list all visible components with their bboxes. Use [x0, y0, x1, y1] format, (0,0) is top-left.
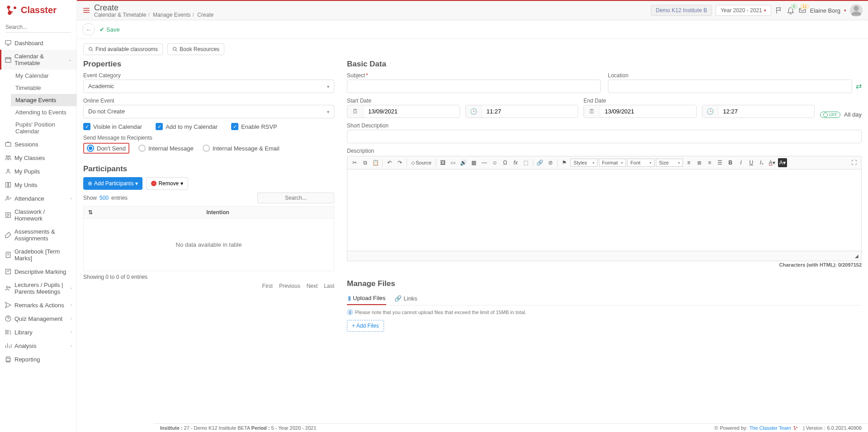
nav-attendance[interactable]: Attendance‹	[0, 192, 76, 205]
nav-my-units[interactable]: My Units	[0, 178, 76, 192]
nav-sub-timetable[interactable]: Timetable	[11, 82, 76, 94]
end-date-input[interactable]: 🗓	[583, 105, 697, 118]
align-right-icon[interactable]: ≡	[705, 158, 714, 167]
link-icon[interactable]: 🔗	[536, 158, 545, 167]
math-icon[interactable]: fx	[511, 158, 520, 167]
nav-library[interactable]: Library‹	[0, 325, 76, 339]
nav-dashboard[interactable]: Dashboard	[0, 36, 76, 50]
online-event-select[interactable]: Do not Create	[83, 105, 334, 118]
radio-internal-email[interactable]: Internal Message & Email	[203, 145, 280, 152]
tab-upload-files[interactable]: ▮Upload Files	[347, 292, 386, 305]
text-color-icon[interactable]: A▾	[768, 158, 777, 167]
nav-remarks[interactable]: Remarks & Actions‹	[0, 298, 76, 312]
institute-selector[interactable]: Demo K12 Institute B	[651, 5, 712, 16]
nav-assessments[interactable]: Assessments & Assignments	[0, 225, 76, 245]
size-select[interactable]: Size	[656, 159, 683, 167]
col-intention[interactable]: Intention	[102, 207, 334, 218]
video-icon[interactable]: ▭	[449, 158, 458, 167]
nav-sub-my-calendar[interactable]: My Calendar	[11, 70, 76, 82]
save-button[interactable]: ✔ Save	[100, 26, 120, 33]
bold-icon[interactable]: B	[726, 158, 735, 167]
end-time-input[interactable]: 🕒	[702, 105, 815, 118]
nav-quiz[interactable]: Quiz Management‹	[0, 312, 76, 325]
flag-button[interactable]	[775, 6, 783, 14]
start-date-input[interactable]: 🗓	[347, 105, 460, 118]
nav-classwork[interactable]: Classwork / Homework	[0, 205, 76, 225]
image-icon[interactable]: 🖼	[438, 158, 447, 167]
resize-handle[interactable]: ◢	[855, 254, 859, 258]
nav-reporting[interactable]: Reporting	[0, 352, 76, 366]
crumb-2[interactable]: Manage Events	[153, 12, 190, 18]
clear-format-icon[interactable]: Iₓ	[757, 158, 766, 167]
page-last[interactable]: Last	[324, 283, 334, 289]
hamburger-icon[interactable]	[82, 6, 90, 14]
nav-sub-manage-events[interactable]: Manage Events	[11, 94, 76, 106]
page-next[interactable]: Next	[307, 283, 318, 289]
anchor-flag-icon[interactable]: ⚑	[560, 158, 569, 167]
audio-icon[interactable]: 🔊	[459, 158, 468, 167]
maximize-icon[interactable]: ⛶	[849, 158, 859, 167]
underline-icon[interactable]: U	[747, 158, 756, 167]
nav-lecturers[interactable]: Lecturers / Pupils | Parents Meetings‹	[0, 278, 76, 298]
editor-body[interactable]	[347, 169, 861, 251]
add-files-button[interactable]: + Add Files	[347, 320, 384, 332]
table-icon[interactable]: ▦	[470, 158, 479, 167]
paste-icon[interactable]: 📋	[371, 158, 380, 167]
crumb-1[interactable]: Calendar & Timetable	[94, 12, 146, 18]
align-left-icon[interactable]: ≡	[684, 158, 693, 167]
special-char-icon[interactable]: Ω	[501, 158, 510, 167]
enable-rsvp-checkbox[interactable]: ✓Enable RSVP	[231, 123, 277, 130]
undo-icon[interactable]: ↶	[385, 158, 394, 167]
back-button[interactable]: ←	[82, 23, 95, 36]
nav-sub-attending[interactable]: Attending to Events	[11, 106, 76, 118]
source-button[interactable]: ◇ Source	[409, 158, 433, 167]
radio-dont-send[interactable]: Don't Send	[87, 145, 126, 152]
smiley-icon[interactable]: ☺	[490, 158, 499, 167]
styles-select[interactable]: Styles	[570, 159, 598, 167]
page-prev[interactable]: Previous	[279, 283, 300, 289]
messages-button[interactable]: 11	[798, 6, 806, 14]
format-select[interactable]: Format	[599, 159, 626, 167]
nav-sub-pupils-position[interactable]: Pupils' Position Calendar	[11, 118, 76, 137]
nav-sessions[interactable]: Sessions	[0, 137, 76, 151]
nav-gradebook[interactable]: Gradebook [Term Marks]	[0, 245, 76, 265]
nav-descriptive[interactable]: Descriptive Marking	[0, 265, 76, 278]
add-to-my-calendar-checkbox[interactable]: ✓Add to my Calendar	[156, 123, 218, 130]
visible-in-calendar-checkbox[interactable]: ✓Visible in Calendar	[83, 123, 142, 130]
swap-icon[interactable]: ⇄	[856, 82, 862, 93]
event-category-select[interactable]: Academic	[83, 80, 334, 93]
all-day-toggle[interactable]: OFF	[820, 112, 840, 118]
page-first[interactable]: First	[262, 283, 273, 289]
redo-icon[interactable]: ↷	[395, 158, 404, 167]
nav-my-classes[interactable]: My Classes	[0, 151, 76, 164]
hr-icon[interactable]: ―	[480, 158, 489, 167]
book-resources-button[interactable]: Book Resources	[167, 43, 224, 55]
italic-icon[interactable]: I	[736, 158, 745, 167]
entries-select[interactable]: 500	[100, 195, 109, 201]
unlink-icon[interactable]: ⊘	[546, 158, 555, 167]
font-select[interactable]: Font	[627, 159, 655, 167]
start-time-input[interactable]: 🕒	[465, 105, 579, 118]
participants-search-input[interactable]	[257, 193, 334, 203]
bg-color-icon[interactable]: A▾	[778, 158, 787, 167]
sidebar-search-input[interactable]	[5, 22, 71, 33]
notifications-button[interactable]: 0	[787, 6, 795, 14]
avatar[interactable]	[850, 4, 863, 17]
align-justify-icon[interactable]: ☰	[716, 158, 725, 167]
user-caret-icon[interactable]: ▾	[844, 8, 846, 13]
year-selector[interactable]: Year 2020 - 2021▾	[716, 5, 771, 16]
add-participants-button[interactable]: ⊕Add Participants ▾	[83, 177, 142, 190]
iframe-icon[interactable]: ⬚	[522, 158, 531, 167]
brand-logo[interactable]: Classter	[0, 0, 76, 20]
subject-input[interactable]	[347, 80, 601, 93]
find-classrooms-button[interactable]: Find available classrooms	[83, 43, 163, 55]
location-input[interactable]	[608, 80, 852, 93]
cut-icon[interactable]: ✂	[350, 158, 359, 167]
nav-calendar-timetable[interactable]: Calendar & Timetable⌄	[0, 50, 76, 70]
radio-internal-message[interactable]: Internal Message	[138, 145, 194, 152]
copy-icon[interactable]: ⧉	[360, 158, 370, 167]
align-center-icon[interactable]: ≣	[695, 158, 704, 167]
col-sort[interactable]: ⇅	[84, 207, 102, 218]
tab-links[interactable]: 🔗Links	[394, 292, 418, 305]
classter-team-link[interactable]: The Classter Team	[749, 425, 791, 431]
